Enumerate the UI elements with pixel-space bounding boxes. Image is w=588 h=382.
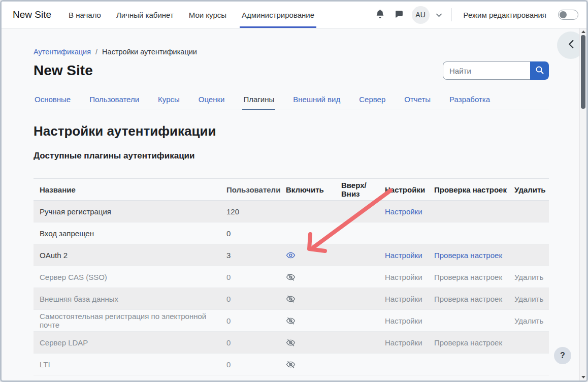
navbar-right: AU Режим редактирования bbox=[374, 2, 578, 28]
col-header-delete: Удалить bbox=[514, 185, 548, 194]
tab-appearance[interactable]: Внешний вид bbox=[292, 90, 341, 110]
plugin-user-count: 0 bbox=[226, 229, 286, 238]
delete-link[interactable]: Удалить bbox=[514, 316, 543, 325]
moodle-admin-window: New Site В начало Личный кабинет Мои кур… bbox=[0, 0, 588, 382]
plugin-name: LTI bbox=[34, 360, 226, 369]
search-box bbox=[443, 61, 549, 80]
toggle-knob bbox=[560, 11, 567, 18]
user-avatar[interactable]: AU bbox=[412, 6, 430, 24]
scroll-up-arrow[interactable] bbox=[581, 30, 585, 33]
plugin-name: Сервер LDAP bbox=[34, 338, 226, 347]
nav-item-home[interactable]: В начало bbox=[69, 2, 101, 28]
auth-plugins-table: Название Пользователи Включить Вверх/Вни… bbox=[34, 178, 549, 375]
plugin-user-count: 0 bbox=[226, 295, 286, 303]
tab-server[interactable]: Сервер bbox=[358, 90, 386, 110]
test-settings-link[interactable]: Проверка настроек bbox=[434, 338, 502, 347]
navbar-divider bbox=[451, 8, 452, 21]
search-input[interactable] bbox=[443, 61, 530, 80]
scrollbar-thumb[interactable] bbox=[581, 35, 585, 109]
table-row: Сервер CAS (SSO) 0 Настройки Проверка на… bbox=[34, 266, 549, 288]
table-row: Самостоятельная регистрация по электронн… bbox=[34, 310, 549, 332]
nav-item-administration[interactable]: Администрирование bbox=[242, 2, 314, 28]
vertical-scrollbar[interactable] bbox=[579, 28, 586, 380]
chat-icon bbox=[395, 10, 403, 20]
notifications-button[interactable] bbox=[374, 9, 386, 21]
section-heading: Настройки аутентификации bbox=[34, 123, 549, 139]
settings-link[interactable]: Настройки bbox=[385, 251, 422, 260]
bell-icon bbox=[376, 10, 384, 20]
plugin-name: Самостоятельная регистрация по электронн… bbox=[34, 312, 226, 329]
col-header-updown: Вверх/Вниз bbox=[341, 181, 385, 198]
tab-plugins[interactable]: Плагины bbox=[242, 90, 275, 110]
user-menu-button[interactable] bbox=[436, 10, 442, 19]
table-row: OAuth 2 3 Настройки Проверка настроек bbox=[34, 244, 549, 266]
eye-slash-icon[interactable] bbox=[286, 272, 296, 282]
eye-slash-icon[interactable] bbox=[286, 316, 296, 326]
table-header-row: Название Пользователи Включить Вверх/Вни… bbox=[34, 179, 549, 201]
tab-development[interactable]: Разработка bbox=[448, 90, 491, 110]
settings-link[interactable]: Настройки bbox=[385, 295, 422, 303]
col-header-enable: Включить bbox=[286, 185, 341, 194]
edit-mode-label: Режим редактирования bbox=[464, 11, 546, 19]
top-navbar: New Site В начало Личный кабинет Мои кур… bbox=[2, 2, 586, 28]
eye-slash-icon[interactable] bbox=[286, 360, 296, 369]
messages-button[interactable] bbox=[393, 9, 405, 21]
plugin-name: Внешняя база данных bbox=[34, 295, 226, 303]
eye-slash-icon[interactable] bbox=[286, 338, 296, 347]
tab-users[interactable]: Пользователи bbox=[88, 90, 140, 110]
plugin-name: Сервер CAS (SSO) bbox=[34, 273, 226, 281]
edit-mode-toggle[interactable] bbox=[558, 10, 578, 20]
test-settings-link[interactable]: Проверка настроек bbox=[434, 295, 502, 303]
eye-icon[interactable] bbox=[286, 250, 296, 260]
table-row: Сервер LDAP 0 Настройки Проверка настрое… bbox=[34, 332, 549, 354]
title-row: New Site bbox=[34, 61, 549, 80]
breadcrumb-separator: / bbox=[95, 48, 97, 56]
plugin-user-count: 120 bbox=[226, 207, 286, 216]
settings-link[interactable]: Настройки bbox=[385, 316, 422, 325]
section-subheading: Доступные плагины аутентификации bbox=[34, 151, 549, 161]
table-row: LTI 0 bbox=[34, 354, 549, 375]
search-button[interactable] bbox=[530, 61, 549, 80]
tab-general[interactable]: Основные bbox=[34, 90, 72, 110]
tab-reports[interactable]: Отчеты bbox=[403, 90, 432, 110]
settings-link[interactable]: Настройки bbox=[385, 207, 422, 216]
settings-tabs: Основные Пользователи Курсы Оценки Плаги… bbox=[34, 90, 549, 110]
primary-nav: В начало Личный кабинет Мои курсы Админи… bbox=[69, 2, 314, 28]
plugin-user-count: 0 bbox=[226, 360, 286, 369]
eye-slash-icon[interactable] bbox=[286, 294, 296, 304]
col-header-users: Пользователи bbox=[226, 185, 286, 194]
tab-courses[interactable]: Курсы bbox=[157, 90, 181, 110]
breadcrumb: Аутентификация / Настройки аутентификаци… bbox=[34, 48, 549, 56]
plugin-user-count: 0 bbox=[226, 316, 286, 325]
table-row: Вход запрещен 0 bbox=[34, 222, 549, 244]
delete-link[interactable]: Удалить bbox=[514, 295, 543, 303]
plugin-user-count: 3 bbox=[226, 251, 286, 260]
plugin-name: Вход запрещен bbox=[34, 229, 226, 238]
test-settings-link[interactable]: Проверка настроек bbox=[434, 251, 502, 260]
table-row: Ручная регистрация 120 Настройки bbox=[34, 201, 549, 222]
chevron-down-icon bbox=[436, 10, 442, 19]
table-row: Внешняя база данных 0 Настройки Проверка… bbox=[34, 288, 549, 310]
plugin-name: Ручная регистрация bbox=[34, 207, 226, 216]
nav-item-my-courses[interactable]: Мои курсы bbox=[189, 2, 226, 28]
chevron-left-icon bbox=[568, 40, 574, 51]
help-button[interactable]: ? bbox=[554, 347, 571, 364]
col-header-name: Название bbox=[34, 185, 226, 194]
plugin-name: OAuth 2 bbox=[34, 251, 226, 260]
site-brand[interactable]: New Site bbox=[13, 2, 51, 28]
delete-link[interactable]: Удалить bbox=[514, 273, 543, 281]
settings-link[interactable]: Настройки bbox=[385, 338, 422, 347]
page-title: New Site bbox=[34, 62, 93, 79]
col-header-settings: Настройки bbox=[385, 185, 434, 194]
breadcrumb-current: Настройки аутентификации bbox=[102, 48, 197, 56]
test-settings-link[interactable]: Проверка настроек bbox=[434, 273, 502, 281]
tab-grades[interactable]: Оценки bbox=[198, 90, 226, 110]
plugin-user-count: 0 bbox=[226, 338, 286, 347]
breadcrumb-authentication[interactable]: Аутентификация bbox=[34, 48, 91, 56]
settings-link[interactable]: Настройки bbox=[385, 273, 422, 281]
plugin-user-count: 0 bbox=[226, 273, 286, 281]
magnifier-icon bbox=[535, 66, 544, 76]
scroll-down-arrow[interactable] bbox=[581, 376, 585, 378]
main-content: Аутентификация / Настройки аутентификаци… bbox=[2, 48, 586, 375]
nav-item-dashboard[interactable]: Личный кабинет bbox=[116, 2, 174, 28]
